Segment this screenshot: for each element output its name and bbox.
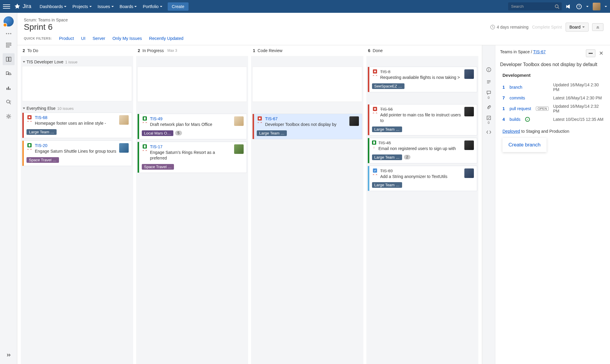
board-dropdown-button[interactable]: Board: [566, 23, 589, 32]
assignee-avatar[interactable]: [464, 168, 474, 178]
nav-projects[interactable]: Projects: [69, 4, 94, 9]
days-remaining: 4 days remaining: [490, 25, 529, 29]
issue-key[interactable]: TIS-17: [150, 144, 232, 149]
card-tis-45[interactable]: ↑ TIS-45 Email non registered users to s…: [368, 138, 477, 163]
deployed-row: Deployed to Staging and Production: [502, 129, 605, 134]
sidebar-reports-icon[interactable]: [3, 82, 15, 94]
priority-highest-icon: ⌃⌃: [27, 121, 32, 124]
sidebar-settings-icon[interactable]: [3, 110, 15, 122]
priority-highest-icon: ⌃⌃: [372, 75, 378, 78]
board-header: Scrum: Teams in Space Sprint 6 4 days re…: [17, 13, 610, 45]
svg-rect-19: [29, 144, 30, 146]
detail-comments-icon[interactable]: 0: [483, 89, 494, 100]
dev-commits-row[interactable]: 7 commits Latest 16/May/14 2:30 PM: [502, 94, 605, 102]
jira-logo[interactable]: Jira: [14, 3, 31, 10]
detail-attachments-icon[interactable]: [483, 102, 494, 113]
nav-dashboards[interactable]: Dashboards: [37, 4, 69, 9]
detail-dev-icon[interactable]: [483, 127, 494, 138]
card-tis-17[interactable]: ⌃⌃ TIS-17 Engage Saturn's Rings Resort a…: [137, 142, 247, 173]
assignee-avatar[interactable]: [464, 107, 474, 116]
sidebar-backlog-icon[interactable]: [3, 39, 15, 51]
complete-sprint-button[interactable]: Complete Sprint: [532, 25, 562, 29]
epic-badge[interactable]: Large Team …: [372, 154, 402, 160]
assignee-avatar[interactable]: [464, 69, 474, 79]
swimlane-header-everything-else[interactable]: Everything Else10 issues: [22, 104, 132, 113]
issue-key[interactable]: TIS-8: [380, 69, 462, 74]
epic-badge[interactable]: Large Team …: [372, 182, 402, 188]
svg-rect-10: [8, 87, 9, 90]
priority-highest-icon: ⌃⌃: [372, 112, 378, 116]
expand-sidebar-icon[interactable]: [3, 349, 15, 361]
nav-boards[interactable]: Boards: [117, 4, 140, 9]
filter-recently-updated[interactable]: Recently Updated: [149, 36, 183, 41]
project-avatar-icon[interactable]: [4, 16, 14, 26]
count-badge: 5: [175, 131, 182, 135]
development-heading: Development: [502, 73, 605, 78]
issue-key[interactable]: TIS-67: [265, 116, 347, 121]
epic-badge[interactable]: Large Team …: [257, 130, 287, 136]
assignee-avatar[interactable]: [349, 116, 359, 126]
issue-key-link[interactable]: TIS-67: [533, 49, 546, 54]
issue-key[interactable]: TIS-56: [380, 107, 462, 112]
assignee-avatar[interactable]: [234, 116, 244, 126]
epic-badge[interactable]: Space Travel …: [142, 164, 174, 170]
search-input[interactable]: [508, 2, 562, 10]
create-button[interactable]: Create: [168, 2, 189, 11]
assignee-avatar[interactable]: [119, 143, 129, 153]
card-tis-56[interactable]: ⌃⌃ TIS-56 Add pointer to main css file t…: [368, 104, 477, 135]
issue-key[interactable]: TIS-49: [150, 116, 232, 121]
detail-info-icon[interactable]: [483, 64, 494, 75]
more-icon[interactable]: [6, 33, 11, 34]
card-tis-8[interactable]: ⌃⌃ TIS-8 Requesting avaliable flights is…: [368, 67, 477, 92]
nav-portfolio[interactable]: Portfolio: [140, 4, 165, 9]
card-tis-68[interactable]: ⌃⌃ TIS-68 Homepage footer uses an inline…: [22, 113, 132, 138]
empty-cell: [252, 67, 362, 102]
issue-key[interactable]: TIS-20: [35, 143, 117, 148]
deployed-link[interactable]: Deployed: [502, 129, 520, 134]
issue-key[interactable]: TIS-45: [379, 140, 462, 145]
detail-description-icon[interactable]: [483, 77, 494, 88]
issue-key[interactable]: TIS-69: [380, 168, 462, 173]
assignee-avatar[interactable]: [119, 115, 129, 125]
card-tis-20[interactable]: ⌃⌃ TIS-20 Engage Saturn Shuttle Lines fo…: [22, 140, 132, 166]
epic-badge[interactable]: Space Travel …: [27, 157, 59, 163]
filter-product[interactable]: Product: [59, 36, 74, 41]
card-tis-69[interactable]: ⌃⌃ TIS-69 Add a String anonymizer to Tex…: [368, 166, 477, 191]
dev-pullrequest-row[interactable]: 1 pull request OPEN Updated 16/May/14 2:…: [502, 102, 605, 115]
sidebar-issues-icon[interactable]: [3, 96, 15, 108]
epic-badge[interactable]: Local Mars O…: [142, 130, 173, 136]
filter-server[interactable]: Server: [93, 36, 105, 41]
bug-icon: [27, 115, 32, 119]
close-panel-icon[interactable]: ✕: [597, 49, 605, 57]
filter-ui[interactable]: UI: [81, 36, 85, 41]
help-icon[interactable]: ?: [576, 4, 582, 10]
detail-subtasks-icon[interactable]: 0: [483, 114, 494, 125]
epic-badge[interactable]: Large Team …: [27, 129, 57, 135]
epic-badge[interactable]: Large Team …: [372, 126, 402, 132]
user-avatar[interactable]: [593, 3, 600, 10]
assignee-avatar[interactable]: [234, 144, 244, 154]
sidebar-board-icon[interactable]: [3, 53, 15, 65]
sidebar-releases-icon[interactable]: [3, 68, 15, 79]
count-badge: 2: [404, 155, 411, 160]
nav-issues[interactable]: Issues: [95, 4, 117, 9]
product-name: Jira: [23, 3, 31, 10]
card-tis-67[interactable]: ⌃⌃ TIS-67 Developer Toolbox does not dis…: [252, 114, 362, 139]
dev-builds-row[interactable]: 4 builds ✓ Latest 10/Dec/15 12:35 AM: [502, 115, 605, 124]
app-switcher-icon[interactable]: [3, 3, 10, 10]
collapse-button[interactable]: [592, 23, 603, 31]
filter-only-my-issues[interactable]: Only My Issues: [112, 36, 142, 41]
assignee-avatar[interactable]: [464, 140, 474, 150]
dev-branch-row[interactable]: 1 branch Updated 16/May/14 2:30 PM: [502, 81, 605, 94]
issue-key[interactable]: TIS-68: [35, 115, 117, 120]
breadcrumb[interactable]: Scrum: Teams in Space: [24, 18, 603, 22]
feedback-icon[interactable]: [566, 4, 572, 10]
card-tis-49[interactable]: ⌃⌃ TIS-49 Draft network plan for Mars Of…: [137, 114, 247, 139]
more-actions-button[interactable]: •••: [586, 49, 595, 57]
column-in-progress: 2In ProgressMax 3 ⌃⌃: [136, 45, 248, 364]
bug-icon: [373, 107, 377, 111]
epic-badge[interactable]: SeeSpaceEZ …: [372, 83, 404, 89]
swimlane-header-developer-love[interactable]: TIS Developer Love1 issue: [22, 57, 132, 66]
create-branch-button[interactable]: Create branch: [502, 138, 547, 152]
success-icon: ✓: [525, 117, 530, 122]
